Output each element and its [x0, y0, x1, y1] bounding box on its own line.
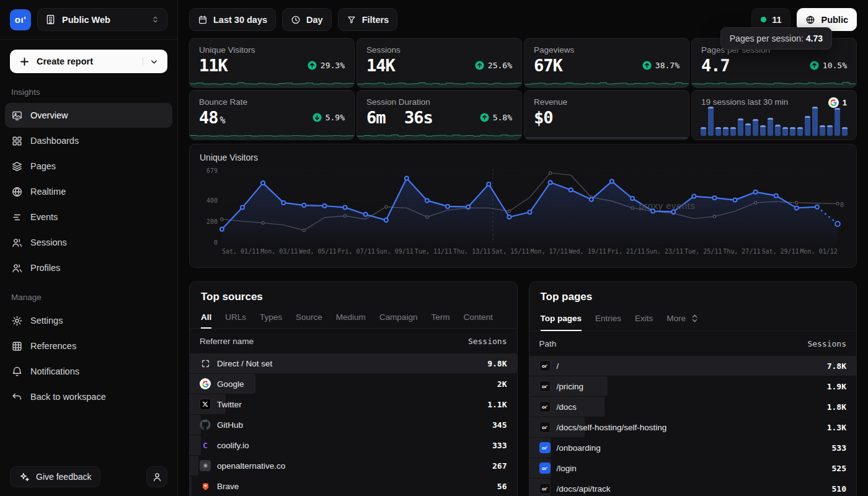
tab-campaign[interactable]: Campaign — [379, 308, 418, 328]
row-value: 1.3K — [827, 423, 846, 432]
tab-label: Top pages — [541, 314, 582, 323]
tab-exits[interactable]: Exits — [635, 308, 653, 330]
give-feedback-label: Give feedback — [36, 472, 92, 482]
tab-medium[interactable]: Medium — [336, 308, 366, 328]
column-value-header[interactable]: Sessions — [807, 339, 846, 348]
project-selector[interactable]: Public Web — [37, 8, 167, 31]
date-range-button[interactable]: Last 30 days — [189, 8, 276, 31]
events-icon — [11, 211, 23, 223]
create-report-button[interactable]: Create report — [10, 50, 167, 73]
sidebar-item-references[interactable]: References — [5, 334, 172, 358]
table-row-onboarding[interactable]: oı' /onboarding 533 — [529, 438, 857, 458]
table-row-pricing[interactable]: oı' /pricing 1.9K — [529, 376, 857, 396]
sidebar-item-notifications[interactable]: Notifications — [5, 359, 172, 384]
table-row-twitter[interactable]: Twitter 1.1K — [190, 394, 517, 414]
tab-term[interactable]: Term — [431, 308, 450, 328]
tables-row: Top sources AllURLsTypesSourceMediumCamp… — [189, 281, 857, 496]
stat-sparkline — [357, 78, 521, 88]
table-row-google[interactable]: Google 2K — [190, 374, 517, 394]
tab-top-pages[interactable]: Top pages — [541, 308, 582, 330]
live-bar — [812, 107, 818, 136]
top-sources-card: Top sources AllURLsTypesSourceMediumCamp… — [189, 281, 518, 496]
tab-label: Entries — [595, 314, 621, 323]
stat-value: 67K — [534, 56, 564, 75]
x-axis-label: Wed, 05/11 — [299, 248, 336, 255]
sidebar-item-label: Back to workspace — [30, 392, 106, 402]
table-row-partial[interactable]: oı' / 7.8K — [529, 356, 857, 376]
table-row-docs-api-track[interactable]: oı' /docs/api/track 510 — [529, 479, 857, 496]
direct-scan-favicon — [200, 358, 211, 369]
interval-button[interactable]: Day — [282, 8, 332, 31]
tab-label: Types — [260, 312, 282, 322]
tab-types[interactable]: Types — [260, 308, 282, 328]
stat-sparkline — [190, 78, 354, 88]
row-value: 525 — [832, 464, 846, 473]
building-icon — [45, 14, 56, 25]
tab-urls[interactable]: URLs — [225, 308, 246, 328]
sidebar-item-dashboards[interactable]: Dashboards — [5, 128, 172, 153]
svg-text:0: 0 — [214, 239, 218, 246]
profiles-icon — [11, 262, 23, 274]
table-title: Top sources — [190, 291, 517, 303]
column-value-header[interactable]: Sessions — [468, 337, 507, 346]
openpanel-favicon: oı' — [539, 422, 551, 433]
sidebar-item-sessions[interactable]: Sessions — [5, 230, 172, 255]
openpanel-favicon: oı' — [539, 483, 551, 494]
tab-label: All — [201, 312, 211, 322]
sidebar-item-back-to-workspace[interactable]: Back to workspace — [5, 384, 172, 409]
stat-value: 4.7 — [701, 56, 732, 75]
row-value: 56 — [497, 482, 507, 491]
openpanel-favicon: oı' — [539, 401, 551, 412]
section-label-insights: Insights — [0, 76, 177, 102]
tab-all[interactable]: All — [201, 308, 211, 328]
give-feedback-button[interactable]: Give feedback — [10, 466, 100, 487]
row-name: Twitter — [217, 400, 242, 409]
section-label-manage: Manage — [0, 281, 177, 308]
tab-content[interactable]: Content — [463, 308, 492, 328]
table-row-direct-not-set[interactable]: Direct / Not set 9.8K — [190, 353, 517, 373]
tab-source[interactable]: Source — [296, 308, 322, 328]
user-menu-button[interactable] — [146, 466, 167, 487]
unique-visitors-line-chart: 6794002000proxy events0 — [200, 165, 846, 247]
sidebar-item-realtime[interactable]: Realtime — [5, 179, 172, 204]
table-row-openalternative-co[interactable]: ✳ openalternative.co 267 — [190, 456, 517, 476]
sidebar-item-profiles[interactable]: Profiles — [5, 255, 172, 280]
live-bar — [768, 118, 773, 136]
sidebar-item-events[interactable]: Events — [5, 205, 172, 229]
live-bar — [775, 125, 781, 136]
live-sessions-card[interactable]: 19 sessions last 30 min 1 — [691, 90, 857, 140]
clock-icon — [291, 15, 301, 25]
row-value-bar — [190, 456, 198, 476]
interval-label: Day — [306, 15, 323, 25]
filters-button[interactable]: Filters — [338, 8, 398, 31]
trend-up-icon — [480, 113, 489, 122]
table-row-coolify-io[interactable]: C coolify.io 333 — [190, 435, 517, 455]
calendar-icon — [198, 15, 208, 25]
row-name: coolify.io — [217, 441, 249, 450]
stat-change: 29.3% — [308, 61, 345, 70]
row-name: GitHub — [217, 420, 243, 430]
sort-icon — [689, 312, 701, 324]
row-name: Direct / Not set — [217, 359, 272, 368]
table-row-brave[interactable]: Brave 56 — [190, 476, 517, 496]
sidebar-item-overview[interactable]: Overview — [5, 103, 172, 128]
table-row-docs-self-hosting-self-hosting[interactable]: oı' /docs/self-hosting/self-hosting 1.3K — [529, 417, 857, 437]
live-count: 11 — [772, 15, 781, 25]
openpanel-favicon: oı' — [539, 360, 551, 371]
openpanel-favicon: oı' — [539, 442, 551, 453]
table-row-login[interactable]: oı' /login 525 — [529, 458, 857, 478]
sidebar-item-pages[interactable]: Pages — [5, 154, 172, 179]
sidebar-item-label: Realtime — [30, 187, 66, 197]
table-row-docs[interactable]: oı' /docs 1.8K — [529, 397, 857, 417]
tab-more[interactable]: More — [666, 308, 701, 330]
sidebar-item-settings[interactable]: Settings — [5, 308, 172, 333]
stat-sparkline — [692, 78, 856, 88]
tab-entries[interactable]: Entries — [595, 308, 621, 330]
brave-favicon — [200, 480, 211, 492]
table-row-github[interactable]: GitHub 345 — [190, 415, 517, 435]
twitter-x-favicon — [200, 399, 211, 410]
row-value: 2K — [497, 379, 507, 389]
row-name: /login — [557, 464, 577, 473]
live-bar — [805, 116, 810, 136]
row-value: 533 — [832, 443, 846, 453]
